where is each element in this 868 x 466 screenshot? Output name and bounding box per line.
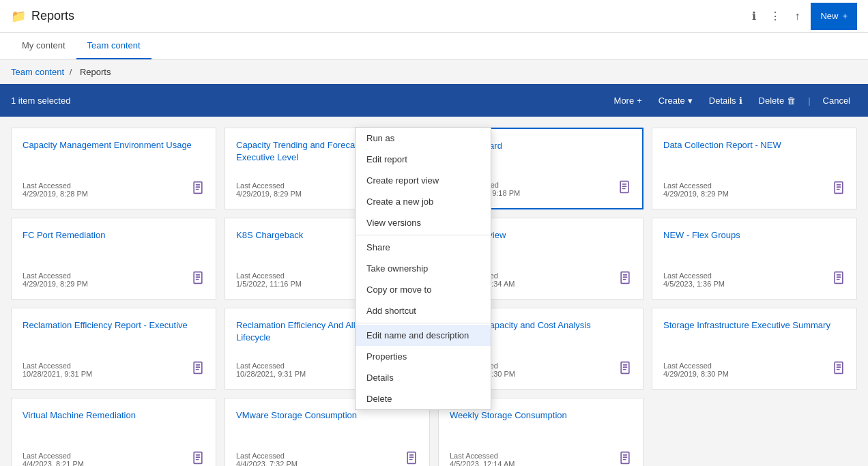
card-title: Reclamation Efficiency Report - Executiv…	[23, 319, 205, 353]
card-accessed: Last Accessed 4/4/2023, 7:32 PM	[236, 452, 298, 466]
new-button[interactable]: New +	[811, 3, 857, 30]
report-card[interactable]: Reclamation Efficiency Report - Executiv…	[11, 308, 216, 390]
menu-item-view-versions[interactable]: View versions	[356, 212, 491, 233]
menu-item-edit-report[interactable]: Edit report	[356, 149, 491, 170]
breadcrumb-team-content[interactable]: Team content	[11, 67, 64, 77]
card-accessed: Last Accessed 10/28/2021, 9:31 PM	[23, 362, 92, 378]
details-icon: ℹ	[739, 96, 742, 106]
header: 📁 Reports ℹ ⋮ ↑ New +	[0, 0, 868, 33]
more-label: More	[614, 96, 635, 106]
details-button[interactable]: Details ℹ	[702, 91, 749, 110]
card-title: VMware Storage Consumption	[236, 409, 418, 443]
context-menu: Run asEdit reportCreate report viewCreat…	[355, 127, 491, 410]
report-icon	[832, 181, 845, 198]
card-title: FC Port Remediation	[23, 229, 205, 263]
report-card[interactable]: Storage Infrastructure Executive Summary…	[652, 308, 857, 390]
report-icon	[618, 361, 632, 378]
report-icon	[618, 451, 632, 466]
breadcrumb-separator: /	[70, 67, 72, 77]
card-accessed: Last Accessed 4/29/2019, 8:29 PM	[663, 181, 729, 198]
card-accessed: Last Accessed 10/28/2021, 9:31 PM	[236, 362, 306, 378]
card-accessed: Last Accessed 1/5/2022, 11:16 PM	[236, 272, 302, 288]
report-card[interactable]: Virtual Machine Remediation Last Accesse…	[11, 398, 216, 466]
card-footer: Last Accessed 10/28/2021, 9:31 PM	[23, 361, 205, 378]
card-accessed: Last Accessed 4/4/2023, 8:21 PM	[23, 452, 84, 466]
breadcrumb-current: Reports	[80, 67, 111, 77]
selection-actions: More + Create ▾ Details ℹ Delete 🗑 | Can…	[607, 91, 857, 110]
header-actions: ℹ ⋮ ↑ New +	[749, 3, 857, 30]
card-footer: Last Accessed 4/29/2019, 8:28 PM	[23, 181, 205, 198]
new-plus-icon: +	[842, 11, 848, 21]
report-card[interactable]: NEW - Flex Groups Last Accessed 4/5/2023…	[652, 218, 857, 300]
report-icon	[191, 361, 205, 378]
details-label: Details	[709, 96, 736, 106]
cancel-button[interactable]: Cancel	[816, 91, 857, 110]
card-title: Capacity Management Environment Usage	[23, 139, 205, 173]
menu-item-properties[interactable]: Properties	[356, 346, 491, 367]
card-footer: Last Accessed 4/4/2023, 8:21 PM	[23, 451, 205, 466]
more-icon: +	[637, 96, 642, 106]
report-icon	[618, 180, 631, 197]
card-accessed: Last Accessed 4/29/2019, 8:29 PM	[236, 181, 302, 198]
card-footer: Last Accessed 4/5/2023, 12:14 AM	[450, 451, 632, 466]
tab-team-content[interactable]: Team content	[76, 33, 151, 59]
card-accessed: Last Accessed 4/29/2019, 8:29 PM	[23, 272, 88, 288]
folder-icon: 📁	[11, 9, 26, 24]
menu-divider	[356, 323, 491, 323]
card-footer: Last Accessed 4/29/2019, 8:30 PM	[663, 361, 845, 378]
card-footer: Last Accessed 4/4/2023, 7:32 PM	[236, 451, 418, 466]
action-divider: |	[808, 96, 810, 106]
page-title: Reports	[31, 9, 749, 23]
more-button[interactable]: More +	[607, 91, 649, 110]
report-icon	[405, 451, 418, 466]
info-icon-btn[interactable]: ℹ	[749, 7, 759, 25]
menu-item-copy-move[interactable]: Copy or move to	[356, 279, 491, 300]
create-label: Create	[659, 96, 685, 106]
menu-item-share[interactable]: Share	[356, 237, 491, 258]
card-accessed: Last Accessed 4/5/2023, 1:36 PM	[663, 272, 725, 288]
report-icon	[191, 271, 205, 288]
delete-label: Delete	[759, 96, 785, 106]
card-accessed: Last Accessed 4/29/2019, 8:28 PM	[23, 181, 88, 198]
report-icon	[191, 181, 205, 198]
more-icon-btn[interactable]: ⋮	[767, 7, 783, 25]
report-card[interactable]: Data Collection Report - NEW Last Access…	[652, 128, 857, 209]
card-footer: Last Accessed 4/5/2023, 1:36 PM	[663, 271, 845, 288]
menu-item-run-as[interactable]: Run as	[356, 128, 491, 149]
report-card[interactable]: FC Port Remediation Last Accessed 4/29/2…	[11, 218, 216, 300]
card-title: Storage Infrastructure Executive Summary	[663, 319, 845, 353]
menu-divider	[356, 235, 491, 235]
new-label: New	[820, 11, 838, 21]
breadcrumb: Team content / Reports	[0, 60, 868, 84]
tab-my-content[interactable]: My content	[11, 33, 76, 59]
card-footer: Last Accessed 4/29/2019, 8:29 PM	[23, 271, 205, 288]
delete-button[interactable]: Delete 🗑	[752, 91, 803, 110]
report-icon	[832, 361, 845, 378]
report-card[interactable]: Capacity Management Environment Usage La…	[11, 128, 216, 209]
upload-icon-btn[interactable]: ↑	[792, 8, 802, 25]
selection-count: 1 item selected	[11, 96, 607, 106]
card-footer: Last Accessed 4/29/2019, 8:29 PM	[663, 181, 845, 198]
menu-item-create-new-job[interactable]: Create a new job	[356, 191, 491, 212]
delete-icon: 🗑	[787, 96, 796, 106]
menu-item-create-report-view[interactable]: Create report view	[356, 170, 491, 191]
card-title: Virtual Machine Remediation	[23, 409, 205, 443]
report-icon	[832, 271, 845, 288]
card-accessed: Last Accessed 4/29/2019, 8:30 PM	[663, 362, 729, 378]
card-title: NEW - Flex Groups	[663, 229, 845, 263]
card-title: Weekly Storage Consumption	[450, 409, 632, 443]
report-icon	[618, 271, 632, 288]
card-accessed: Last Accessed 4/5/2023, 12:14 AM	[450, 452, 515, 466]
create-chevron-icon: ▾	[688, 96, 693, 106]
menu-item-details[interactable]: Details	[356, 367, 491, 388]
menu-item-delete[interactable]: Delete	[356, 388, 491, 409]
selection-bar: 1 item selected More + Create ▾ Details …	[0, 84, 868, 117]
cancel-label: Cancel	[823, 96, 850, 106]
menu-item-add-shortcut[interactable]: Add shortcut	[356, 300, 491, 321]
card-title: Data Collection Report - NEW	[663, 139, 845, 173]
tabs-bar: My content Team content	[0, 33, 868, 60]
menu-item-edit-name[interactable]: Edit name and description	[356, 325, 491, 346]
report-icon	[191, 451, 205, 466]
menu-item-take-ownership[interactable]: Take ownership	[356, 258, 491, 279]
create-button[interactable]: Create ▾	[652, 91, 699, 110]
